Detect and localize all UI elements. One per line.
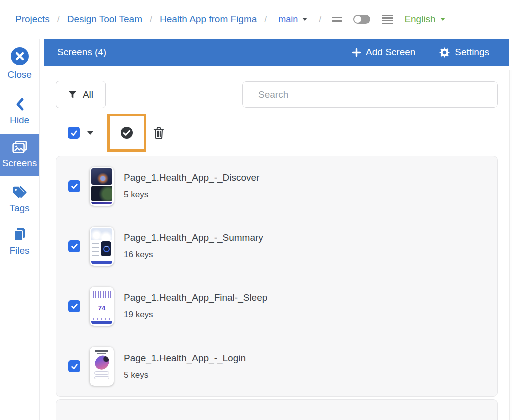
screen-row[interactable]: Page_1.Health_App_-_Discover 5 keys <box>56 156 498 216</box>
screen-row[interactable]: Page_1.Health_App_-_Login 5 keys <box>56 336 498 396</box>
sidebar-item-label: Hide <box>10 115 30 126</box>
screen-keys-count: 16 keys <box>124 250 264 260</box>
sidebar-item-files[interactable]: Files <box>0 227 40 256</box>
screen-info: Page_1.Health_App_-_Discover 5 keys <box>124 172 260 200</box>
branch-selector[interactable]: main <box>278 14 308 25</box>
chevron-left-icon <box>14 98 26 112</box>
breadcrumb: Projects / Design Tool Team / Health App… <box>16 14 512 25</box>
screens-list: Page_1.Health_App_-_Discover 5 keys P <box>56 156 498 397</box>
screen-thumbnail[interactable] <box>90 227 114 266</box>
screens-icon <box>12 140 28 154</box>
delete-button[interactable] <box>152 126 166 140</box>
close-circle-icon <box>10 47 30 66</box>
sidebar-item-label: Tags <box>10 203 30 214</box>
chevron-down-icon <box>440 18 446 21</box>
row-checkbox[interactable] <box>68 180 80 192</box>
check-icon <box>70 302 79 310</box>
panel-title: Screens (4) <box>58 47 106 58</box>
row-checkbox[interactable] <box>68 240 80 252</box>
screen-row[interactable]: Page_1.Health_App_-_Summary 16 keys <box>56 216 498 276</box>
scrollbar-track[interactable] <box>510 70 512 420</box>
sidebar-item-label: Files <box>10 246 30 256</box>
search-input[interactable] <box>242 82 498 108</box>
screens-panel: Screens (4) Add Screen Settings <box>44 39 510 420</box>
bulk-actions-row <box>56 114 498 152</box>
approve-check-circle-icon <box>120 126 134 140</box>
toggle-switch[interactable] <box>354 15 370 24</box>
gear-icon <box>440 48 450 58</box>
highlight-box <box>108 114 146 152</box>
check-icon <box>70 362 79 371</box>
breadcrumb-separator: / <box>264 14 267 25</box>
breadcrumb-separator: / <box>319 14 322 25</box>
row-checkbox[interactable] <box>68 360 80 372</box>
checkbox-dropdown-caret[interactable] <box>88 132 94 135</box>
toolbar: All <box>56 81 498 108</box>
next-section-partial <box>56 400 498 420</box>
trash-icon <box>152 126 166 140</box>
settings-label: Settings <box>455 47 490 58</box>
language-label: English <box>404 14 436 25</box>
screen-name[interactable]: Page_1.Health_App_-_Summary <box>124 232 264 244</box>
toggle-knob <box>354 16 362 23</box>
menu-icon[interactable] <box>382 15 393 24</box>
breadcrumb-bar: Projects / Design Tool Team / Health App… <box>0 0 512 39</box>
screen-row[interactable]: 74 Page_1.Health_App_Final-_Sleep 19 key… <box>56 276 498 336</box>
sidebar-item-screens[interactable]: Screens <box>0 134 40 176</box>
equals-icon[interactable] <box>332 17 342 22</box>
sidebar-item-tags[interactable]: Tags <box>0 186 40 214</box>
check-icon <box>70 182 79 190</box>
sidebar-item-hide[interactable]: Hide <box>0 98 40 126</box>
tags-icon <box>12 186 28 200</box>
sidebar-item-label: Close <box>8 70 32 80</box>
screen-name[interactable]: Page_1.Health_App_-_Login <box>124 353 246 364</box>
screen-info: Page_1.Health_App_Final-_Sleep 19 keys <box>124 292 268 320</box>
breadcrumb-team[interactable]: Design Tool Team <box>68 14 142 25</box>
screen-keys-count: 19 keys <box>124 310 268 320</box>
plus-icon <box>352 48 361 57</box>
thumbnail-number: 74 <box>92 298 112 318</box>
screen-thumbnail[interactable] <box>90 347 114 386</box>
screen-name[interactable]: Page_1.Health_App_-_Discover <box>124 172 260 184</box>
settings-button[interactable]: Settings <box>440 47 490 58</box>
row-checkbox[interactable] <box>68 300 80 312</box>
screen-thumbnail[interactable] <box>90 167 114 206</box>
check-icon <box>70 242 79 250</box>
chevron-down-icon <box>302 18 308 21</box>
branch-label: main <box>278 14 298 25</box>
filter-all-button[interactable]: All <box>56 81 106 108</box>
screen-info: Page_1.Health_App_-_Summary 16 keys <box>124 232 264 260</box>
breadcrumb-separator: / <box>150 14 152 25</box>
screen-name[interactable]: Page_1.Health_App_Final-_Sleep <box>124 292 268 304</box>
breadcrumb-separator: / <box>58 14 60 25</box>
filter-funnel-icon <box>68 91 77 99</box>
filter-all-label: All <box>83 90 94 100</box>
sidebar-item-close[interactable]: Close <box>0 47 40 80</box>
panel-header-actions: Add Screen Settings <box>352 47 490 58</box>
panel-header: Screens (4) Add Screen Settings <box>44 39 510 66</box>
screen-keys-count: 5 keys <box>124 190 260 200</box>
add-screen-label: Add Screen <box>366 47 416 58</box>
check-icon <box>70 129 78 138</box>
add-screen-button[interactable]: Add Screen <box>352 47 416 58</box>
language-selector[interactable]: English <box>404 14 445 25</box>
sidebar: Close Hide Screens Tags <box>0 39 40 420</box>
screen-keys-count: 5 keys <box>124 370 246 380</box>
breadcrumb-projects[interactable]: Projects <box>16 14 50 25</box>
breadcrumb-project[interactable]: Health App from Figma <box>160 14 257 25</box>
files-icon <box>13 227 27 242</box>
sidebar-item-label: Screens <box>2 158 38 169</box>
panel-content: All <box>44 66 510 420</box>
sidebar-gap <box>40 39 44 420</box>
screen-thumbnail[interactable]: 74 <box>90 287 114 326</box>
screen-info: Page_1.Health_App_-_Login 5 keys <box>124 353 246 380</box>
select-all-checkbox[interactable] <box>68 127 80 139</box>
approve-button[interactable] <box>120 126 134 140</box>
body: Close Hide Screens Tags <box>0 39 512 420</box>
